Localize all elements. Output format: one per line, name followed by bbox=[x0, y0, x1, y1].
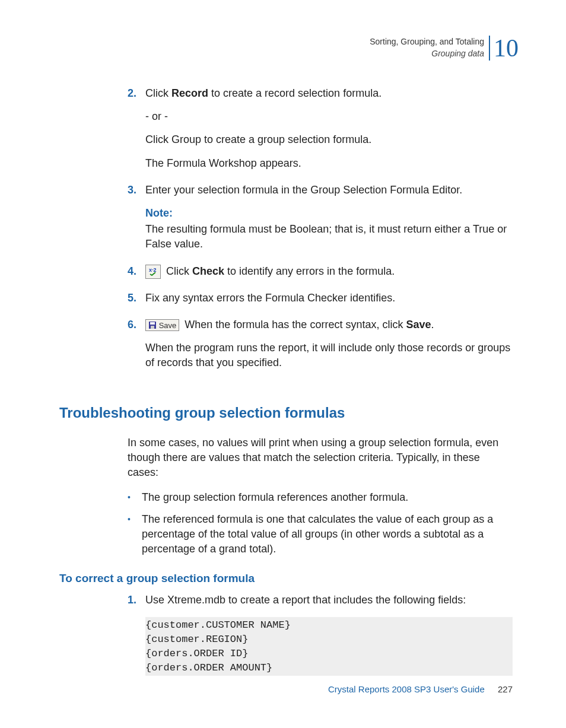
section-title: Grouping data bbox=[370, 48, 484, 60]
bullet-text: The group selection formula references a… bbox=[142, 490, 513, 505]
heading-troubleshooting: Troubleshooting group selection formulas bbox=[59, 403, 513, 423]
step-6-after: When the program runs the report, it wil… bbox=[145, 341, 513, 370]
step-number: 3. bbox=[128, 183, 145, 260]
step-5: 5. Fix any syntax errors the Formula Che… bbox=[128, 291, 513, 314]
step-2-line2: Click Group to create a group selection … bbox=[145, 132, 513, 147]
step-2-line3: The Formula Workshop appears. bbox=[145, 156, 513, 171]
step-body: Enter your selection formula in the Grou… bbox=[145, 183, 513, 260]
step-2-line1: Click Record to create a record selectio… bbox=[145, 86, 513, 101]
code-block: {customer.CUSTOMER NAME} {customer.REGIO… bbox=[145, 617, 513, 676]
footer-page-number: 227 bbox=[498, 684, 513, 694]
troubleshoot-body: In some cases, no values will print when… bbox=[128, 435, 513, 557]
footer-title: Crystal Reports 2008 SP3 User's Guide bbox=[328, 684, 485, 694]
step-number: 6. bbox=[128, 317, 145, 379]
step-number: 1. bbox=[128, 593, 145, 676]
step-4: 4. x·2 Click Check to identify any error… bbox=[128, 264, 513, 287]
step-body: Use Xtreme.mdb to create a report that i… bbox=[145, 593, 513, 676]
troubleshoot-intro: In some cases, no values will print when… bbox=[128, 435, 513, 481]
heading-correct: To correct a group selection formula bbox=[59, 571, 513, 587]
save-icon: Save bbox=[145, 319, 179, 331]
step-number: 5. bbox=[128, 291, 145, 314]
note-label: Note: bbox=[145, 207, 173, 219]
step-6: 6. Save When the formula has the correct… bbox=[128, 317, 513, 379]
note-text: The resulting formula must be Boolean; t… bbox=[145, 222, 513, 252]
svg-rect-3 bbox=[151, 326, 154, 329]
step-3-line1: Enter your selection formula in the Grou… bbox=[145, 183, 513, 198]
step-3: 3. Enter your selection formula in the G… bbox=[128, 183, 513, 260]
step-number: 2. bbox=[128, 86, 145, 179]
step-body: x·2 Click Check to identify any errors i… bbox=[145, 264, 513, 287]
content: 2. Click Record to create a record selec… bbox=[59, 86, 513, 679]
svg-text:x·2: x·2 bbox=[149, 267, 157, 273]
bullet-2: • The referenced formula is one that cal… bbox=[128, 512, 513, 557]
correct-steps: 1. Use Xtreme.mdb to create a report tha… bbox=[128, 593, 513, 676]
step-list: 2. Click Record to create a record selec… bbox=[128, 86, 513, 379]
step-body: Click Record to create a record selectio… bbox=[145, 86, 513, 179]
bullet-dot-icon: • bbox=[128, 512, 142, 557]
correct-step-1: 1. Use Xtreme.mdb to create a report tha… bbox=[128, 593, 513, 676]
check-formula-icon: x·2 bbox=[145, 265, 161, 279]
step-4-text: x·2 Click Check to identify any errors i… bbox=[145, 264, 513, 279]
bullet-dot-icon: • bbox=[128, 490, 142, 505]
step-2: 2. Click Record to create a record selec… bbox=[128, 86, 513, 179]
step-6-text: Save When the formula has the correct sy… bbox=[145, 317, 513, 332]
svg-rect-2 bbox=[150, 322, 155, 325]
header-text: Sorting, Grouping, and Totaling Grouping… bbox=[370, 36, 484, 59]
page: Sorting, Grouping, and Totaling Grouping… bbox=[0, 0, 566, 728]
page-footer: Crystal Reports 2008 SP3 User's Guide 22… bbox=[328, 683, 513, 695]
bullet-1: • The group selection formula references… bbox=[128, 490, 513, 505]
correct-step-1-text: Use Xtreme.mdb to create a report that i… bbox=[145, 593, 513, 608]
page-header: Sorting, Grouping, and Totaling Grouping… bbox=[370, 36, 519, 61]
step-5-text: Fix any syntax errors the Formula Checke… bbox=[145, 291, 513, 306]
step-body: Fix any syntax errors the Formula Checke… bbox=[145, 291, 513, 314]
step-2-or: - or - bbox=[145, 109, 513, 124]
step-number: 4. bbox=[128, 264, 145, 287]
step-body: Save When the formula has the correct sy… bbox=[145, 317, 513, 379]
chapter-title: Sorting, Grouping, and Totaling bbox=[370, 36, 484, 48]
chapter-number: 10 bbox=[489, 36, 519, 61]
bullet-text: The referenced formula is one that calcu… bbox=[142, 512, 513, 557]
